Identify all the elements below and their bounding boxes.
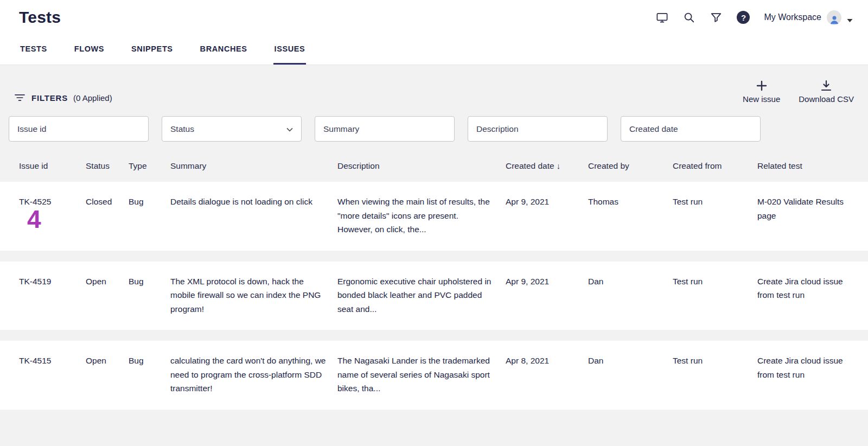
cell-created-from: Test run: [673, 275, 757, 316]
cell-issue-id: TK-4515: [19, 354, 86, 396]
cell-related-test: M-020 Validate Results page: [757, 195, 859, 237]
workspace-label: My Workspace: [764, 12, 821, 22]
cell-status: Open: [86, 275, 129, 316]
description-filter-input[interactable]: [468, 116, 608, 142]
column-header-status[interactable]: Status: [86, 161, 129, 171]
cell-created-date: Apr 8, 2021: [506, 354, 588, 396]
tab-branches[interactable]: BRANCHES: [199, 44, 248, 65]
cell-description: The Nagasaki Lander is the trademarked n…: [337, 354, 506, 396]
cell-status: Closed: [86, 195, 129, 237]
filters-applied-count: (0 Applied): [73, 93, 112, 103]
table-header: Issue id Status Type Summary Description…: [0, 161, 868, 171]
filter-funnel-icon[interactable]: [710, 11, 723, 24]
issue-id-filter-input[interactable]: [9, 116, 149, 142]
plus-icon: [755, 79, 768, 92]
sort-descending-icon: ↓: [557, 161, 561, 170]
new-issue-label: New issue: [743, 94, 780, 104]
filters-toggle[interactable]: FILTERS (0 Applied): [13, 91, 112, 104]
column-header-created-date[interactable]: Created date↓: [506, 161, 588, 171]
cell-created-from: Test run: [673, 195, 757, 237]
column-header-summary[interactable]: Summary: [170, 161, 337, 171]
page-title: Tests: [19, 8, 61, 27]
tab-snippets[interactable]: SNIPPETS: [130, 44, 174, 65]
download-csv-label: Download CSV: [799, 94, 854, 104]
header-actions: ? My Workspace: [655, 10, 853, 25]
tab-flows[interactable]: FLOWS: [73, 44, 105, 65]
filter-inputs: Status: [0, 104, 868, 142]
search-icon[interactable]: [682, 11, 695, 24]
cell-created-from: Test run: [673, 354, 757, 396]
status-filter-select[interactable]: Status: [162, 116, 302, 142]
cell-status: Open: [86, 354, 129, 396]
cell-type: Bug: [129, 275, 170, 316]
cell-type: Bug: [129, 195, 170, 237]
cell-created-by: Dan: [588, 275, 673, 316]
cell-created-date: Apr 9, 2021: [506, 275, 588, 316]
chevron-down-icon: [847, 15, 853, 20]
cell-created-by: Thomas: [588, 195, 673, 237]
column-header-related-test[interactable]: Related test: [757, 161, 859, 171]
download-icon: [820, 79, 833, 92]
filters-label: FILTERS: [31, 93, 68, 103]
main-content: FILTERS (0 Applied) New issue Download C…: [0, 65, 868, 446]
column-header-description[interactable]: Description: [337, 161, 506, 171]
annotation-number: 4: [27, 207, 41, 232]
cell-created-date: Apr 9, 2021: [506, 195, 588, 237]
avatar: [827, 10, 841, 25]
table-row[interactable]: TK-4519 Open Bug The XML protocol is dow…: [0, 262, 868, 330]
filter-lines-icon: [13, 91, 26, 104]
status-filter-label: Status: [170, 124, 194, 134]
filters-bar: FILTERS (0 Applied) New issue Download C…: [0, 65, 868, 104]
app-header: Tests ? My Workspace: [0, 0, 868, 35]
summary-filter-input[interactable]: [315, 116, 455, 142]
table-row[interactable]: TK-4515 Open Bug calculating the card wo…: [0, 341, 868, 410]
column-header-issue-id[interactable]: Issue id: [19, 161, 86, 171]
help-icon[interactable]: ?: [737, 11, 750, 24]
tab-tests[interactable]: TESTS: [19, 44, 48, 65]
filters-actions: New issue Download CSV: [743, 79, 854, 104]
cell-related-test: Create Jira cloud issue from test run: [757, 354, 859, 396]
cell-related-test: Create Jira cloud issue from test run: [757, 275, 859, 316]
cell-summary: The XML protocol is down, hack the mobil…: [170, 275, 337, 316]
cell-issue-id: TK-4519: [19, 275, 86, 316]
cell-summary: calculating the card won't do anything, …: [170, 354, 337, 396]
column-header-type[interactable]: Type: [129, 161, 170, 171]
column-header-created-by[interactable]: Created by: [588, 161, 673, 171]
nav-tabs: TESTS FLOWS SNIPPETS BRANCHES ISSUES: [0, 35, 868, 65]
new-issue-button[interactable]: New issue: [743, 79, 780, 104]
tab-issues[interactable]: ISSUES: [273, 44, 307, 65]
cell-description: When viewing the main list of results, t…: [337, 195, 506, 237]
cell-created-by: Dan: [588, 354, 673, 396]
select-chevron-icon: [286, 124, 293, 134]
download-csv-button[interactable]: Download CSV: [799, 79, 854, 104]
monitor-icon[interactable]: [655, 11, 668, 24]
cell-summary: Details dialogue is not loading on click: [170, 195, 337, 237]
workspace-menu[interactable]: My Workspace: [764, 10, 853, 25]
cell-description: Ergonomic executive chair upholstered in…: [337, 275, 506, 316]
table-row[interactable]: TK-4525 Closed Bug Details dialogue is n…: [0, 182, 868, 251]
cell-type: Bug: [129, 354, 170, 396]
created-date-filter-input[interactable]: [621, 116, 761, 142]
column-header-created-from[interactable]: Created from: [673, 161, 757, 171]
